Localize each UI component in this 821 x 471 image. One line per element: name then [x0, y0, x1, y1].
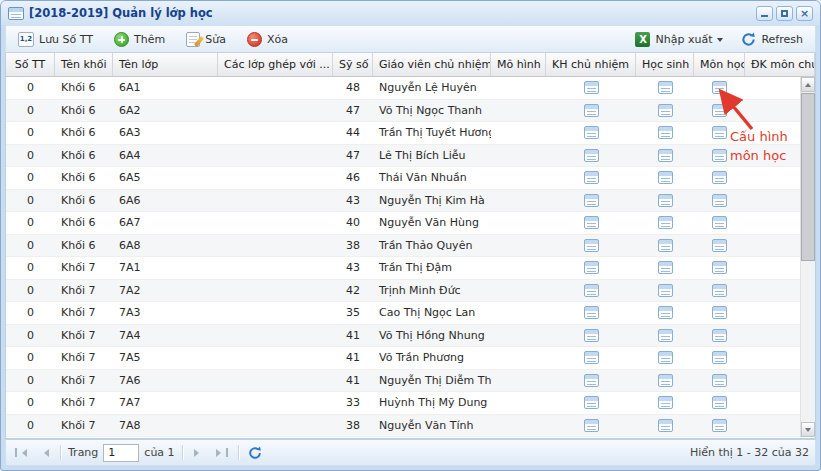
table-row[interactable]: 0Khối 77A541Võ Trần Phương [6, 347, 802, 370]
hoc-sinh-icon[interactable] [658, 261, 673, 274]
kh-chu-nhiem-icon[interactable] [584, 149, 599, 162]
table-row[interactable]: 0Khối 66A546Thái Văn Nhuần [6, 167, 802, 190]
hoc-sinh-icon[interactable] [658, 239, 673, 252]
mon-hoc-icon[interactable] [712, 396, 727, 409]
table-row[interactable]: 0Khối 77A242Trịnh Minh Đức [6, 280, 802, 303]
page-number-input[interactable] [103, 444, 139, 462]
kh-chu-nhiem-icon[interactable] [584, 419, 599, 432]
table-row[interactable]: 0Khối 77A441Võ Thị Hồng Nhung [6, 325, 802, 348]
hoc-sinh-icon[interactable] [658, 419, 673, 432]
sua-button[interactable]: Sửa [180, 30, 232, 49]
mon-hoc-icon[interactable] [712, 284, 727, 297]
cell [694, 212, 745, 234]
kh-chu-nhiem-icon[interactable] [584, 306, 599, 319]
luu-so-tt-button[interactable]: 1,2 Lưu Số TT [12, 30, 99, 49]
column-header-9[interactable]: Môn học [694, 53, 745, 76]
next-page-button[interactable] [190, 444, 208, 461]
column-header-8[interactable]: Học sinh [636, 53, 694, 76]
kh-chu-nhiem-icon[interactable] [584, 216, 599, 229]
titlebar: [2018-2019] Quản lý lớp học × [1, 1, 820, 25]
mon-hoc-icon[interactable] [712, 216, 727, 229]
kh-chu-nhiem-icon[interactable] [584, 171, 599, 184]
column-header-2[interactable]: Tên lớp [113, 53, 218, 76]
xoa-button[interactable]: Xóa [241, 30, 294, 49]
kh-chu-nhiem-icon[interactable] [584, 351, 599, 364]
table-row[interactable]: 0Khối 66A740Nguyễn Văn Hùng [6, 212, 802, 235]
mon-hoc-icon[interactable] [712, 194, 727, 207]
mon-hoc-icon[interactable] [712, 149, 727, 162]
mon-hoc-icon[interactable] [712, 126, 727, 139]
column-header-3[interactable]: Các lớp ghép với ... [218, 53, 333, 76]
nhap-xuat-button[interactable]: X Nhập xuất [629, 30, 729, 49]
column-header-7[interactable]: KH chủ nhiệm [546, 53, 636, 76]
hoc-sinh-icon[interactable] [658, 329, 673, 342]
table-row[interactable]: 0Khối 77A838Nguyễn Văn Tính [6, 415, 802, 438]
table-row[interactable]: 0Khối 77A143Trần Thị Đậm [6, 257, 802, 280]
table-row[interactable]: 0Khối 77A641Nguyễn Thị Diễm Thúy [6, 370, 802, 393]
mon-hoc-icon[interactable] [712, 104, 727, 117]
hoc-sinh-icon[interactable] [658, 81, 673, 94]
mon-hoc-icon[interactable] [712, 419, 727, 432]
column-header-6[interactable]: Mô hình [491, 53, 546, 76]
table-row[interactable]: 0Khối 77A733Huỳnh Thị Mỹ Dung [6, 392, 802, 415]
kh-chu-nhiem-icon[interactable] [584, 261, 599, 274]
column-header-10[interactable]: ĐK môn chuyên [745, 53, 815, 76]
last-page-button[interactable] [213, 444, 231, 461]
hoc-sinh-icon[interactable] [658, 171, 673, 184]
hoc-sinh-icon[interactable] [658, 306, 673, 319]
kh-chu-nhiem-icon[interactable] [584, 329, 599, 342]
prev-page-button[interactable] [35, 444, 53, 461]
scrollbar-thumb[interactable] [801, 93, 815, 261]
kh-chu-nhiem-icon[interactable] [584, 284, 599, 297]
table-row[interactable]: 0Khối 66A344Trần Thị Tuyết Hương [6, 122, 802, 145]
mon-hoc-icon[interactable] [712, 374, 727, 387]
table-row[interactable]: 0Khối 66A148Nguyễn Lệ Huyên [6, 77, 802, 100]
table-row[interactable]: 0Khối 66A838Trần Thảo Quyên [6, 235, 802, 258]
minimize-button[interactable] [756, 6, 773, 21]
scroll-up-button[interactable] [801, 77, 815, 92]
hoc-sinh-icon[interactable] [658, 374, 673, 387]
cell [636, 235, 694, 257]
column-header-5[interactable]: Giáo viên chủ nhiệm [373, 53, 491, 76]
kh-chu-nhiem-icon[interactable] [584, 396, 599, 409]
hoc-sinh-icon[interactable] [658, 126, 673, 139]
column-header-0[interactable]: Số TT [6, 53, 55, 76]
kh-chu-nhiem-icon[interactable] [584, 126, 599, 139]
vertical-scrollbar[interactable] [800, 77, 815, 437]
mon-hoc-icon[interactable] [712, 239, 727, 252]
scroll-down-button[interactable] [801, 422, 815, 437]
table-row[interactable]: 0Khối 77A335Cao Thị Ngọc Lan [6, 302, 802, 325]
table-row[interactable]: 0Khối 66A247Võ Thị Ngọc Thanh [6, 100, 802, 123]
column-header-4[interactable]: Sỹ số [333, 53, 373, 76]
first-page-button[interactable] [12, 444, 30, 461]
hoc-sinh-icon[interactable] [658, 216, 673, 229]
maximize-button[interactable] [776, 6, 793, 21]
mon-hoc-icon[interactable] [712, 81, 727, 94]
column-header-1[interactable]: Tên khối [55, 53, 113, 76]
pager-refresh-button[interactable] [246, 444, 264, 461]
refresh-button[interactable]: Refresh [735, 30, 809, 49]
cell [491, 325, 546, 347]
table-row[interactable]: 0Khối 66A447Lê Thị Bích Liễu [6, 145, 802, 168]
cell [694, 167, 745, 189]
hoc-sinh-icon[interactable] [658, 396, 673, 409]
hoc-sinh-icon[interactable] [658, 194, 673, 207]
kh-chu-nhiem-icon[interactable] [584, 104, 599, 117]
mon-hoc-icon[interactable] [712, 306, 727, 319]
kh-chu-nhiem-icon[interactable] [584, 194, 599, 207]
them-button[interactable]: Thêm [108, 30, 171, 49]
table-row[interactable]: 0Khối 66A643Nguyễn Thị Kim Hà [6, 190, 802, 213]
kh-chu-nhiem-icon[interactable] [584, 374, 599, 387]
kh-chu-nhiem-icon[interactable] [584, 81, 599, 94]
mon-hoc-icon[interactable] [712, 351, 727, 364]
close-button[interactable]: × [796, 6, 813, 21]
hoc-sinh-icon[interactable] [658, 351, 673, 364]
mon-hoc-icon[interactable] [712, 261, 727, 274]
mon-hoc-icon[interactable] [712, 329, 727, 342]
cell: Cao Thị Ngọc Lan [373, 302, 491, 324]
hoc-sinh-icon[interactable] [658, 149, 673, 162]
hoc-sinh-icon[interactable] [658, 104, 673, 117]
hoc-sinh-icon[interactable] [658, 284, 673, 297]
kh-chu-nhiem-icon[interactable] [584, 239, 599, 252]
mon-hoc-icon[interactable] [712, 171, 727, 184]
